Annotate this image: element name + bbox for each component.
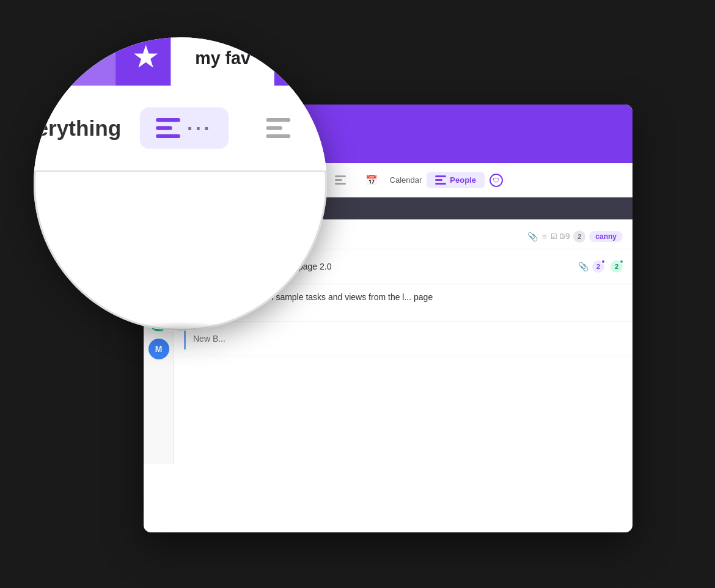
- mag-fav-label: my fav: [195, 48, 251, 68]
- magnifier-content: box ★ my fav erything ···: [34, 37, 327, 331]
- badge-wrap-green: 2: [610, 260, 623, 273]
- dot-green: [619, 259, 624, 264]
- mag-inbox-label: box: [61, 48, 92, 68]
- priority-bar-blue: [184, 328, 186, 350]
- people-button[interactable]: People: [427, 172, 485, 188]
- mag-list-view-btn: ···: [140, 107, 228, 149]
- view3-icon: [335, 175, 346, 185]
- mag-tab-star: ★: [120, 37, 171, 86]
- checkbox-progress: ☑ 0/9: [551, 232, 570, 241]
- mag-toolbar: erything ··· 📅 �: [34, 86, 327, 172]
- mag-tabs-row: box ★ my fav: [34, 37, 327, 86]
- view-btn-3[interactable]: [328, 172, 353, 188]
- magnifier-overlay: box ★ my fav erything ···: [34, 37, 327, 331]
- calendar2-icon: 📅: [365, 174, 378, 186]
- task-title: New B...: [193, 334, 226, 344]
- comment-badge: 2: [573, 230, 585, 243]
- mag-dots-label: ···: [187, 117, 212, 139]
- mag-list-icon: [156, 118, 180, 138]
- task-meta: 📎 ≡ ☑ 0/9 2 canny: [527, 230, 623, 243]
- mag-tab-inbox: box: [36, 37, 116, 86]
- task-meta: 📎 2 2: [578, 260, 623, 273]
- people-label: People: [450, 175, 476, 185]
- canny-tag: canny: [589, 231, 623, 242]
- main-scene: box ★ my fav everything ···: [82, 56, 632, 532]
- avatar-m[interactable]: M: [148, 339, 169, 359]
- badge-wrap-purple: 2: [592, 260, 604, 273]
- mag-section-label: erything: [36, 116, 121, 141]
- attachment-icon2: 📎: [527, 232, 538, 241]
- view-btn-calendar-2[interactable]: 📅: [358, 171, 385, 189]
- desc-icon2: ≡: [541, 232, 546, 241]
- mag-view2: [249, 109, 306, 148]
- calendar-label: Calendar: [390, 175, 422, 185]
- people-icon: [435, 175, 446, 185]
- avatar-m-label: M: [155, 344, 163, 354]
- mag-star-icon: ★: [133, 42, 158, 74]
- mag-cal1: 📅: [317, 104, 327, 152]
- attach-icon: 📎: [578, 262, 588, 271]
- shield-icon: 🛡: [490, 174, 503, 187]
- mag-tab-fav: my fav: [171, 37, 275, 86]
- dot-purple: [601, 259, 606, 264]
- comment-badge-wrap: 2: [573, 230, 585, 243]
